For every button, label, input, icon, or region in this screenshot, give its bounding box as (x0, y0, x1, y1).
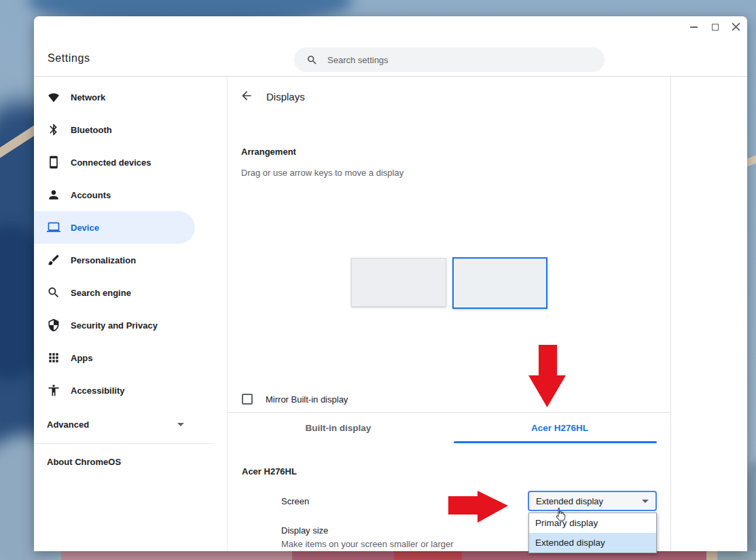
sidebar-item-search-engine[interactable]: Search engine (34, 276, 195, 309)
sidebar-item-label: Apps (71, 353, 93, 363)
display-thumbnail-acer[interactable] (452, 257, 547, 309)
wallpaper-strip (394, 551, 462, 560)
apps-grid-icon (47, 351, 60, 365)
sidebar-item-label: Accessibility (71, 386, 125, 396)
wallpaper-strip (717, 551, 756, 560)
bluetooth-icon (47, 123, 60, 136)
search-input[interactable] (327, 55, 552, 65)
dropdown-option-primary-display[interactable]: Primary display (529, 513, 656, 533)
laptop-icon (47, 221, 60, 234)
sidebar-item-label: Security and Privacy (71, 320, 158, 331)
shield-icon (47, 318, 60, 332)
page-title: Displays (266, 91, 305, 102)
mirror-display-label: Mirror Built-in display (266, 394, 348, 405)
desktop: Settings Network (0, 0, 756, 560)
sidebar-item-label: Accounts (71, 190, 111, 200)
chevron-down-icon (177, 423, 184, 426)
wallpaper-strip (706, 551, 717, 560)
display-size-label: Display size (281, 525, 328, 536)
back-button[interactable] (238, 88, 255, 105)
screen-mode-dropdown-menu: Primary display Extended display (528, 512, 657, 553)
close-icon (732, 22, 740, 31)
screen-row-label: Screen (281, 496, 309, 506)
sidebar-item-personalization[interactable]: Personalization (34, 244, 195, 276)
sidebar-item-accessibility[interactable]: Accessibility (34, 374, 195, 407)
sidebar-item-apps[interactable]: Apps (34, 341, 195, 374)
brush-icon (47, 253, 60, 267)
settings-sidebar: Network Bluetooth Connected devices Acco… (34, 77, 228, 551)
sidebar-item-label: Connected devices (71, 157, 151, 168)
sidebar-item-connected-devices[interactable]: Connected devices (34, 146, 195, 179)
minimize-button[interactable] (687, 20, 701, 34)
accessibility-icon (47, 384, 60, 397)
about-label: About ChromeOS (47, 457, 121, 467)
annotation-arrow-right (448, 491, 508, 523)
active-tab-underline (454, 441, 657, 443)
sidebar-divider (34, 443, 214, 444)
window-header: Settings (34, 16, 747, 77)
maximize-button[interactable] (708, 20, 722, 34)
sidebar-item-label: Bluetooth (71, 125, 112, 135)
sidebar-item-label: Device (71, 223, 99, 233)
sidebar-item-label: Network (71, 92, 105, 102)
advanced-label: Advanced (47, 419, 89, 430)
smartphone-icon (47, 155, 60, 169)
wifi-icon (47, 90, 60, 104)
tab-acer-h276hl[interactable]: Acer H276HL (449, 413, 670, 443)
settings-window: Settings Network (34, 16, 747, 551)
tab-built-in-display[interactable]: Built-in display (228, 413, 449, 443)
dropdown-caret-icon (642, 500, 649, 503)
search-bar[interactable] (294, 48, 605, 72)
window-controls (687, 20, 743, 34)
screen-mode-value: Extended display (536, 496, 603, 506)
sidebar-item-accounts[interactable]: Accounts (34, 179, 195, 211)
wallpaper-strip (61, 551, 292, 560)
arrangement-heading: Arrangement (241, 147, 296, 157)
minimize-icon (690, 26, 698, 28)
app-title: Settings (48, 52, 90, 64)
sidebar-item-about-chromeos[interactable]: About ChromeOS (34, 448, 227, 475)
arrangement-hint: Drag or use arrow keys to move a display (241, 168, 403, 178)
screen-mode-select[interactable]: Extended display (528, 491, 657, 511)
close-button[interactable] (729, 20, 743, 34)
sidebar-item-security-privacy[interactable]: Security and Privacy (34, 309, 195, 341)
search-icon (47, 286, 60, 299)
annotation-arrow-down (528, 345, 566, 407)
displays-page: Displays Arrangement Drag or use arrow k… (228, 77, 747, 551)
monitor-heading: Acer H276HL (242, 466, 297, 477)
maximize-icon (712, 24, 719, 31)
sidebar-item-bluetooth[interactable]: Bluetooth (34, 113, 195, 146)
dropdown-option-extended-display[interactable]: Extended display (529, 533, 656, 553)
sidebar-item-device[interactable]: Device (34, 211, 195, 244)
person-icon (47, 188, 60, 202)
wallpaper-strip (292, 551, 394, 560)
sidebar-item-network[interactable]: Network (34, 81, 195, 113)
sidebar-item-label: Search engine (71, 288, 131, 298)
sidebar-item-label: Personalization (71, 255, 136, 265)
content-right-border (670, 77, 671, 551)
mirror-display-checkbox[interactable] (242, 394, 253, 405)
display-thumbnail-built-in[interactable] (351, 258, 446, 307)
display-size-description: Make items on your screen smaller or lar… (281, 539, 454, 549)
back-arrow-icon (240, 89, 253, 102)
search-icon (306, 54, 318, 66)
sidebar-advanced-toggle[interactable]: Advanced (34, 412, 195, 436)
